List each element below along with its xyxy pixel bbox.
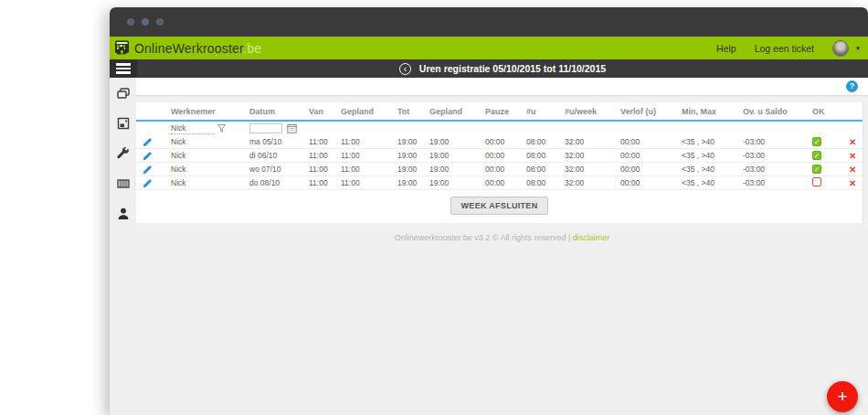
cell-tot: 19:00: [397, 137, 429, 146]
edit-icon[interactable]: [143, 178, 153, 188]
cell-gepland-tot: 19:00: [429, 151, 485, 160]
cell-van: 11:00: [309, 137, 341, 146]
cell-tot: 19:00: [397, 151, 429, 160]
datum-filter-input[interactable]: [249, 123, 282, 133]
col-datum: Datum: [249, 107, 309, 116]
cell-gepland-van: 11:00: [341, 165, 397, 174]
col-van: Van: [309, 107, 341, 116]
col-verlof: Verlof (u): [620, 107, 682, 116]
hours-table: Werknemer Datum Van Gepland Tot Gepland …: [136, 102, 863, 223]
werknemer-filter-input[interactable]: [171, 123, 215, 134]
table-row: Nick wo 07/10 11:00 11:00 19:00 19:00 00…: [136, 163, 863, 176]
app-header: OnlineWerkrooster.be Help Log een ticket…: [110, 37, 868, 59]
window-dot-icon: [127, 18, 134, 26]
cell-pauze: 00:00: [485, 151, 526, 160]
cell-verlof: 00:00: [620, 137, 682, 146]
cell-uren: 08:00: [526, 178, 565, 187]
cell-datum: di 06/10: [249, 151, 309, 160]
edit-icon[interactable]: [143, 151, 153, 161]
page-titlebar: ‹ Uren registratie 05/10/2015 tot 11/10/…: [110, 59, 868, 78]
cell-verlof: 00:00: [620, 178, 682, 187]
window-titlebar: [110, 7, 868, 37]
cell-saldo: -03:00: [743, 151, 812, 160]
app-window: OnlineWerkrooster.be Help Log een ticket…: [110, 7, 868, 415]
edit-icon[interactable]: [143, 165, 153, 175]
ok-checkbox[interactable]: ✓: [812, 137, 821, 146]
cell-verlof: 00:00: [620, 165, 682, 174]
close-week-button[interactable]: WEEK AFSLUITEN: [450, 197, 549, 215]
cell-uren: 08:00: [526, 165, 565, 174]
footer-text: Onlinewerkrooster.be v3.2 © All rights r…: [395, 233, 573, 242]
window-dot-icon: [142, 18, 149, 26]
content-toolbar: ?: [136, 78, 868, 96]
back-button[interactable]: ‹: [399, 63, 411, 75]
cell-tot: 19:00: [397, 178, 429, 187]
main-content: ? Werknemer Datum Van Gepland Tot Geplan…: [136, 78, 868, 415]
footer: Onlinewerkrooster.be v3.2 © All rights r…: [136, 233, 868, 242]
image-icon[interactable]: [116, 116, 131, 131]
delete-icon[interactable]: ✕: [849, 178, 863, 188]
schedule-icon[interactable]: [116, 176, 131, 191]
add-button[interactable]: +: [827, 381, 858, 412]
calendar-icon[interactable]: [287, 123, 297, 133]
cell-gepland-tot: 19:00: [429, 137, 485, 146]
chevron-down-icon[interactable]: ▼: [855, 46, 861, 51]
cell-uren-week: 32:00: [565, 165, 620, 174]
cell-min-max: <35 , >40: [682, 178, 743, 187]
filter-icon[interactable]: [217, 124, 226, 133]
user-icon[interactable]: [116, 207, 131, 221]
cell-pauze: 00:00: [485, 178, 526, 187]
cell-saldo: -03:00: [743, 165, 812, 174]
table-row: Nick di 06/10 11:00 11:00 19:00 19:00 00…: [136, 149, 863, 163]
delete-icon[interactable]: ✕: [849, 151, 863, 161]
col-gepland-van: Gepland: [341, 107, 397, 116]
brand-logo-icon[interactable]: [113, 39, 131, 57]
col-min-max: Min, Max: [682, 107, 743, 116]
help-icon[interactable]: ?: [846, 80, 858, 92]
disclaimer-link[interactable]: disclaimer: [573, 233, 610, 242]
cell-verlof: 00:00: [620, 151, 682, 160]
screens-icon[interactable]: [116, 86, 131, 101]
col-gepland-tot: Gepland: [429, 107, 485, 116]
page-title: Uren registratie 05/10/2015 tot 11/10/20…: [419, 63, 606, 74]
col-ok: OK: [812, 107, 849, 116]
button-row: WEEK AFSLUITEN: [136, 190, 863, 223]
user-avatar[interactable]: [832, 40, 849, 57]
cell-gepland-van: 11:00: [341, 151, 397, 160]
cell-werknemer: Nick: [171, 165, 249, 174]
cell-van: 11:00: [309, 151, 341, 160]
cell-saldo: -03:00: [743, 137, 812, 146]
ok-checkbox[interactable]: ✓: [812, 151, 821, 160]
delete-icon[interactable]: ✕: [849, 137, 863, 147]
log-ticket-link[interactable]: Log een ticket: [755, 43, 814, 54]
col-tot: Tot: [397, 107, 429, 116]
ok-checkbox[interactable]: [812, 177, 821, 186]
col-saldo: Ov. u Saldo: [743, 107, 812, 116]
cell-van: 11:00: [309, 165, 341, 174]
sidebar: [110, 78, 136, 415]
cell-werknemer: Nick: [171, 178, 249, 187]
cell-datum: ma 05/10: [249, 137, 309, 146]
cell-saldo: -03:00: [743, 178, 812, 187]
cell-datum: wo 07/10: [249, 165, 309, 174]
brand-suffix: .be: [243, 41, 261, 56]
cell-van: 11:00: [309, 178, 341, 187]
window-dot-icon: [156, 18, 164, 26]
cell-uren-week: 32:00: [565, 178, 620, 187]
help-link[interactable]: Help: [716, 43, 736, 54]
menu-icon[interactable]: [110, 59, 137, 78]
col-pauze: Pauze: [485, 107, 526, 116]
wrench-icon[interactable]: [116, 146, 131, 161]
ok-checkbox[interactable]: ✓: [812, 165, 821, 174]
cell-gepland-tot: 19:00: [429, 178, 485, 187]
col-werknemer: Werknemer: [171, 107, 249, 116]
cell-min-max: <35 , >40: [682, 137, 743, 146]
delete-icon[interactable]: ✕: [849, 165, 863, 175]
cell-uren: 08:00: [526, 151, 565, 160]
edit-icon[interactable]: [143, 137, 153, 147]
cell-werknemer: Nick: [171, 151, 249, 160]
cell-gepland-tot: 19:00: [429, 165, 485, 174]
cell-gepland-van: 11:00: [341, 137, 397, 146]
table-row: Nick do 08/10 11:00 11:00 19:00 19:00 00…: [136, 176, 863, 190]
col-uren-week: #u/week: [565, 107, 620, 116]
